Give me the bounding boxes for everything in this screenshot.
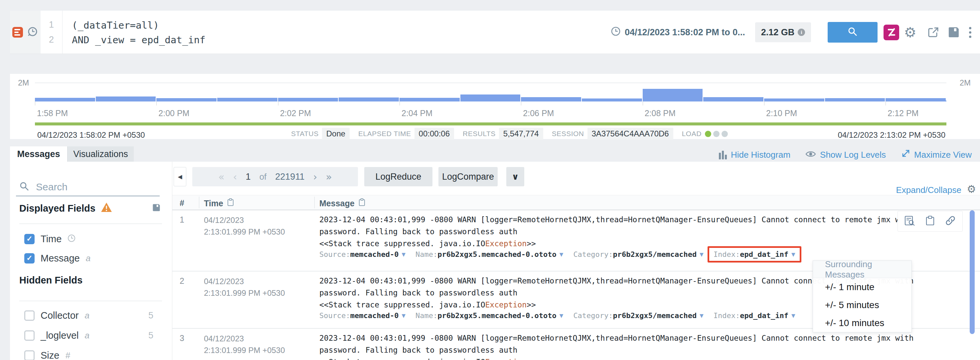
field-row[interactable]: Size # — [24, 349, 162, 360]
status-value: Done — [322, 128, 350, 140]
copy-column-icon[interactable] — [227, 198, 234, 208]
field-label: Time — [41, 234, 62, 245]
link-message-icon[interactable] — [945, 215, 956, 227]
histogram-bar[interactable] — [886, 98, 946, 102]
settings-gear-icon[interactable]: ⚙ — [904, 24, 916, 41]
eye-icon — [805, 150, 816, 160]
field-search[interactable] — [16, 178, 160, 196]
session-id: 3A37564C4AAA70D6 — [587, 128, 673, 140]
dropdown-item[interactable]: +/- 10 minutes — [813, 314, 912, 332]
histogram-bar[interactable] — [278, 98, 338, 102]
meta-name[interactable]: Name:pr6b2xgx5.memcached-0.ototo▼ — [415, 311, 563, 320]
meta-name[interactable]: Name:pr6b2xgx5.memcached-0.ototo▼ — [415, 250, 563, 258]
histogram-bar[interactable] — [399, 98, 460, 102]
meta-source[interactable]: Source:memcached-0▼ — [319, 250, 406, 258]
histogram-bar[interactable] — [217, 98, 277, 102]
more-options-kebab-icon[interactable] — [968, 25, 973, 39]
histogram-bar[interactable] — [35, 98, 95, 102]
tab-visualizations[interactable]: Visualizations — [67, 147, 134, 162]
meta-category[interactable]: Category:pr6b2xgx5/memcached▼ — [573, 250, 703, 258]
dropdown-item[interactable]: +/- 1 minute — [813, 278, 912, 296]
log-row[interactable]: 3 04/12/2023 2:13:01.999 PM +0530 2023-1… — [172, 329, 980, 360]
field-checkbox[interactable] — [24, 350, 35, 360]
field-checkbox[interactable] — [24, 330, 35, 341]
save-fields-icon[interactable] — [152, 203, 161, 213]
field-row[interactable]: ✓ Message a — [24, 252, 162, 264]
next-page-button[interactable]: › — [313, 171, 317, 183]
logcompare-button[interactable]: LogCompare — [438, 167, 498, 186]
field-type-hint: a — [86, 253, 91, 263]
column-header-time[interactable]: Time — [204, 198, 234, 208]
search-button[interactable] — [828, 22, 878, 43]
session-label: SESSION — [552, 130, 584, 138]
x-axis-tick-label: 2:12 PM — [888, 108, 918, 118]
meta-source[interactable]: Source:memcached-0▼ — [319, 311, 406, 320]
elapsed-label: ELAPSED TIME — [358, 130, 411, 138]
prev-page-button[interactable]: ‹ — [233, 171, 237, 183]
table-settings-gear-icon[interactable]: ⚙ — [967, 183, 976, 195]
field-search-input[interactable] — [36, 181, 164, 193]
data-tier-icon[interactable] — [883, 25, 899, 40]
pagination: « ‹ 1 of 221911 › » — [192, 167, 358, 186]
column-header-message[interactable]: Message — [319, 198, 365, 208]
histogram-bar[interactable] — [643, 89, 703, 102]
field-row[interactable]: Collector a 5 — [24, 309, 162, 322]
dropdown-caret-icon: ▼ — [700, 252, 703, 258]
histogram-bar[interactable] — [460, 94, 520, 102]
status-group: STATUS Done — [291, 128, 350, 140]
results-label: RESULTS — [463, 130, 496, 138]
last-page-button[interactable]: » — [326, 171, 332, 183]
expand-collapse-link[interactable]: Expand/Collapse — [896, 185, 961, 195]
query-line-1: (_dataTier=all) — [72, 20, 159, 31]
show-log-levels-link[interactable]: Show Log Levels — [805, 150, 886, 160]
maximize-view-link[interactable]: Maximize View — [901, 149, 972, 161]
collapse-sidebar-button[interactable]: ◀ — [173, 167, 186, 186]
field-checkbox[interactable] — [24, 311, 35, 321]
hide-histogram-link[interactable]: Hide Histogram — [719, 150, 791, 160]
field-count: 5 — [148, 330, 153, 341]
row-date: 04/12/2023 — [204, 276, 285, 287]
copy-column-icon[interactable] — [359, 198, 365, 208]
histogram-bar[interactable] — [703, 97, 764, 102]
elapsed-group: ELAPSED TIME 00:00:06 — [358, 128, 454, 140]
first-page-button[interactable]: « — [218, 171, 224, 183]
histogram-bar[interactable] — [96, 97, 156, 102]
row-number: 3 — [180, 333, 184, 343]
histogram-panel: 2M 2M 1:58 PM2:00 PM2:02 PM2:04 PM2:06 P… — [10, 74, 980, 139]
field-checkbox[interactable]: ✓ — [24, 253, 35, 263]
time-range-picker[interactable]: 04/12/2023 1:58:02 PM to 0... — [611, 26, 745, 38]
vertical-scrollbar[interactable] — [970, 210, 975, 334]
column-header-num[interactable]: # — [180, 198, 184, 208]
field-row[interactable]: ✓ Time — [24, 233, 162, 245]
logreduce-button[interactable]: LogReduce — [364, 167, 433, 186]
log-search-icon — [12, 27, 23, 38]
histogram-bar[interactable] — [825, 98, 885, 102]
row-metadata: Source:memcached-0▼ Name:pr6b2xgx5.memca… — [319, 311, 795, 320]
dropdown-caret-icon: ▼ — [791, 252, 795, 258]
results-tabs: Messages Visualizations — [10, 147, 134, 162]
share-icon[interactable] — [926, 25, 940, 39]
query-history-icon[interactable] — [27, 26, 38, 38]
more-tools-chevron-button[interactable]: ∨ — [506, 167, 524, 186]
dropdown-item[interactable]: +/- 5 minutes — [813, 296, 912, 314]
x-axis-tick — [886, 102, 886, 105]
copy-message-icon[interactable] — [926, 216, 934, 227]
meta-index[interactable]: Index:epd_dat_inf▼ — [714, 311, 795, 320]
meta-category[interactable]: Category:pr6b2xgx5/memcached▼ — [573, 311, 703, 320]
field-checkbox[interactable]: ✓ — [24, 234, 35, 244]
histogram-bar[interactable] — [339, 97, 399, 102]
view-details-icon[interactable] — [905, 216, 915, 227]
histogram-bar[interactable] — [156, 98, 216, 102]
histogram-bar[interactable] — [521, 97, 581, 102]
histogram-bar[interactable] — [582, 99, 642, 102]
row-timestamp: 04/12/2023 2:13:01.999 PM +0530 — [204, 333, 285, 356]
save-icon[interactable] — [947, 25, 960, 39]
search-icon — [19, 181, 29, 193]
warning-icon[interactable] — [101, 202, 112, 215]
tab-messages[interactable]: Messages — [10, 147, 67, 162]
status-bar: STATUS Done ELAPSED TIME 00:00:06 RESULT… — [291, 128, 728, 140]
histogram-bar[interactable] — [764, 99, 824, 102]
data-volume-badge[interactable]: 2.12 GB i — [755, 22, 811, 42]
field-row[interactable]: _loglevel a 5 — [24, 330, 162, 341]
meta-index[interactable]: Index:epd_dat_inf▼ — [708, 246, 801, 263]
